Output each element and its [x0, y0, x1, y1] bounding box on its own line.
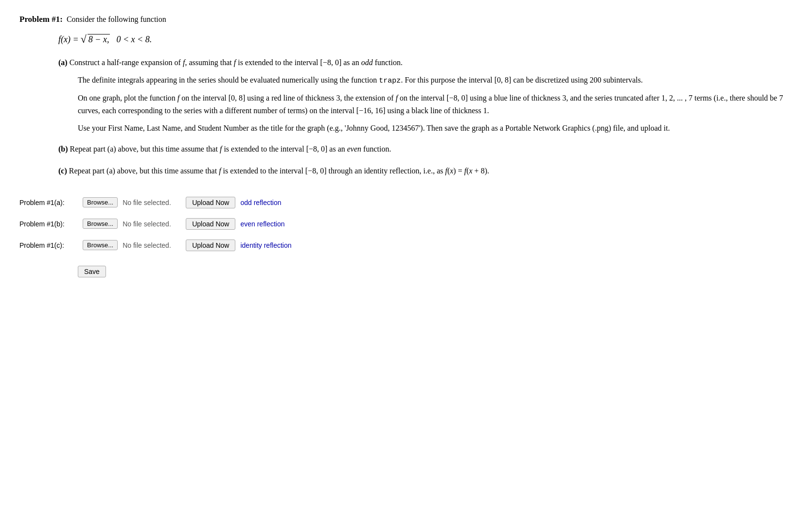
- sqrt-content: 8 − x,: [88, 34, 110, 45]
- no-file-label-b: No file selected.: [123, 220, 181, 228]
- problem-intro: Consider the following function: [67, 15, 166, 24]
- parts-container: (a) Construct a half-range expansion of …: [58, 56, 793, 177]
- formula: f(x) = √ 8 − x, 0 < x < 8.: [58, 34, 152, 45]
- part-a-sub2: On one graph, plot the function f on the…: [78, 92, 793, 117]
- browse-button-b[interactable]: Browse...: [83, 219, 118, 229]
- part-a-sub3: Use your First Name, Last Name, and Stud…: [78, 122, 793, 135]
- upload-label-a: Problem #1(a):: [19, 199, 78, 206]
- part-a-main: (a) Construct a half-range expansion of …: [58, 56, 793, 69]
- upload-row-b: Problem #1(b): Browse... No file selecte…: [19, 218, 793, 230]
- upload-now-button-b[interactable]: Upload Now: [186, 218, 235, 230]
- browse-button-a[interactable]: Browse...: [83, 197, 118, 207]
- save-button[interactable]: Save: [78, 266, 106, 277]
- part-b: (b) Repeat part (a) above, but this time…: [58, 143, 793, 155]
- part-c: (c) Repeat part (a) above, but this time…: [58, 165, 793, 177]
- sqrt-wrapper: √ 8 − x,: [81, 34, 110, 45]
- sqrt-symbol: √: [81, 34, 87, 45]
- reflection-label-c: identity reflection: [240, 241, 291, 249]
- part-c-text: Repeat part (a) above, but this time ass…: [69, 167, 489, 175]
- part-c-main: (c) Repeat part (a) above, but this time…: [58, 165, 793, 177]
- upload-label-b: Problem #1(b):: [19, 220, 78, 228]
- part-b-label: (b): [58, 145, 68, 153]
- no-file-label-a: No file selected.: [123, 199, 181, 206]
- reflection-label-a: odd reflection: [240, 199, 281, 206]
- upload-label-c: Problem #1(c):: [19, 241, 78, 249]
- formula-rhs: 0 < x < 8.: [112, 34, 152, 45]
- browse-button-c[interactable]: Browse...: [83, 240, 118, 250]
- save-row: Save: [19, 261, 793, 277]
- problem-header: Problem #1: Consider the following funct…: [19, 15, 793, 24]
- part-b-text: Repeat part (a) above, but this time ass…: [70, 145, 391, 153]
- problem-label: Problem #1:: [19, 15, 63, 24]
- part-a: (a) Construct a half-range expansion of …: [58, 56, 793, 134]
- formula-lhs: f(x) =: [58, 34, 79, 45]
- no-file-label-c: No file selected.: [123, 241, 181, 249]
- formula-block: f(x) = √ 8 − x, 0 < x < 8.: [58, 34, 793, 45]
- upload-section: Problem #1(a): Browse... No file selecte…: [19, 197, 793, 277]
- part-a-text: Construct a half-range expansion of f, a…: [70, 58, 403, 67]
- part-a-sub1: The definite integrals appearing in the …: [78, 74, 793, 87]
- upload-row-c: Problem #1(c): Browse... No file selecte…: [19, 239, 793, 251]
- upload-now-button-a[interactable]: Upload Now: [186, 197, 235, 208]
- part-c-label: (c): [58, 167, 67, 175]
- part-a-label: (a): [58, 58, 68, 67]
- part-b-main: (b) Repeat part (a) above, but this time…: [58, 143, 793, 155]
- reflection-label-b: even reflection: [240, 220, 284, 228]
- upload-now-button-c[interactable]: Upload Now: [186, 239, 235, 251]
- upload-row-a: Problem #1(a): Browse... No file selecte…: [19, 197, 793, 208]
